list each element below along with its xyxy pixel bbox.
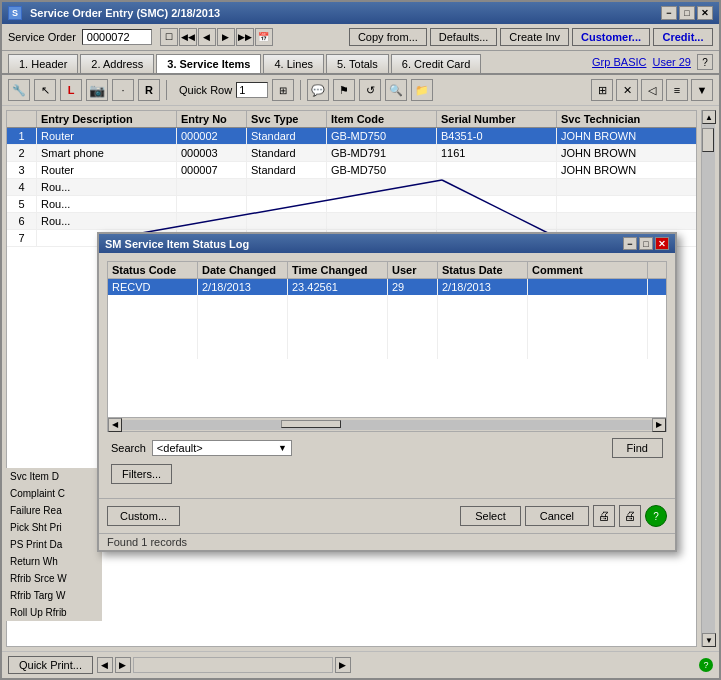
cell-serial	[437, 162, 557, 178]
nav-fwd[interactable]: ▶	[217, 28, 235, 46]
nav-fwd-far[interactable]: ▶▶	[236, 28, 254, 46]
tool-grid[interactable]: ⊞	[272, 79, 294, 101]
tool-wrench[interactable]: 🔧	[8, 79, 30, 101]
nav-back[interactable]: ◀	[198, 28, 216, 46]
left-panel-label[interactable]: Rfrib Srce W	[6, 570, 102, 587]
v-scrollbar[interactable]: ▲ ▼	[701, 110, 715, 647]
maximize-btn[interactable]: □	[679, 6, 695, 20]
bottom-scroll[interactable]	[133, 657, 333, 673]
table-row[interactable]: 5 Rou...	[7, 196, 696, 213]
dialog-printer-icon[interactable]: 🖨	[619, 505, 641, 527]
table-row[interactable]: 6 Rou...	[7, 213, 696, 230]
scroll-track[interactable]	[702, 124, 715, 633]
col-entryno: Entry No	[177, 111, 247, 127]
quick-print-btn[interactable]: Quick Print...	[8, 656, 93, 674]
tool-camera[interactable]: 📷	[86, 79, 108, 101]
cell-serial	[437, 196, 557, 212]
d-cell-comment	[528, 279, 648, 295]
tool-right5[interactable]: ▼	[691, 79, 713, 101]
dialog-minimize-btn[interactable]: −	[623, 237, 637, 250]
cell-serial: B4351-0	[437, 128, 557, 144]
quick-row-input[interactable]	[236, 82, 268, 98]
col-tech: Svc Technician	[557, 111, 697, 127]
close-btn[interactable]: ✕	[697, 6, 713, 20]
dialog-maximize-btn[interactable]: □	[639, 237, 653, 250]
bottom-nav-r2[interactable]: ▶	[335, 657, 351, 673]
tool-right3[interactable]: ◁	[641, 79, 663, 101]
scroll-thumb[interactable]	[702, 128, 714, 152]
tab-lines[interactable]: 4. Lines	[263, 54, 324, 73]
left-panel-label[interactable]: Complaint C	[6, 485, 102, 502]
left-panel-label[interactable]: Roll Up Rfrib	[6, 604, 102, 621]
cancel-btn[interactable]: Cancel	[525, 506, 589, 526]
nav-checkbox[interactable]: ☐	[160, 28, 178, 46]
copy-from-btn[interactable]: Copy from...	[349, 28, 427, 46]
create-inv-btn[interactable]: Create Inv	[500, 28, 569, 46]
service-order-input[interactable]	[82, 29, 152, 45]
search-combo-value: <default>	[157, 442, 278, 454]
left-panel-label[interactable]: Return Wh	[6, 553, 102, 570]
tool-search[interactable]: 🔍	[385, 79, 407, 101]
cell-num: 1	[7, 128, 37, 144]
search-combo[interactable]: <default> ▼	[152, 440, 292, 456]
left-panel-label[interactable]: Pick Sht Pri	[6, 519, 102, 536]
tool-refresh[interactable]: ↺	[359, 79, 381, 101]
scroll-up-arrow[interactable]: ▲	[702, 110, 716, 124]
h-scroll-thumb[interactable]	[281, 420, 341, 428]
tool-R[interactable]: R	[138, 79, 160, 101]
left-panel-label[interactable]: Svc Item D	[6, 468, 102, 485]
left-panel-label[interactable]: Rfrib Targ W	[6, 587, 102, 604]
user29-link[interactable]: User 29	[652, 56, 691, 68]
dialog-h-scrollbar[interactable]: ◀ ▶	[107, 418, 667, 432]
tool-cursor[interactable]: ↖	[34, 79, 56, 101]
tool-folder[interactable]: 📁	[411, 79, 433, 101]
cell-svctype: Standard	[247, 162, 327, 178]
tab-serviceItems[interactable]: 3. Service Items	[156, 54, 261, 73]
tool-right4[interactable]: ≡	[666, 79, 688, 101]
cell-num: 4	[7, 179, 37, 195]
left-panel-label[interactable]: PS Print Da	[6, 536, 102, 553]
tool-right1[interactable]: ⊞	[591, 79, 613, 101]
left-panel-label[interactable]: Failure Rea	[6, 502, 102, 519]
tool-comment[interactable]: 💬	[307, 79, 329, 101]
scroll-down-arrow[interactable]: ▼	[702, 633, 716, 647]
tab-address[interactable]: 2. Address	[80, 54, 154, 73]
bottom-nav-l[interactable]: ◀	[97, 657, 113, 673]
table-row[interactable]: 3 Router 000007 Standard GB-MD750 JOHN B…	[7, 162, 696, 179]
cell-tech	[557, 196, 696, 212]
credit-btn[interactable]: Credit...	[653, 28, 713, 46]
select-btn[interactable]: Select	[460, 506, 521, 526]
grp-basic-link[interactable]: Grp BASIC	[592, 56, 646, 68]
nav-calendar[interactable]: 📅	[255, 28, 273, 46]
tool-flag[interactable]: ⚑	[333, 79, 355, 101]
defaults-btn[interactable]: Defaults...	[430, 28, 498, 46]
empty-cell	[288, 311, 388, 327]
table-row[interactable]: 2 Smart phone 000003 Standard GB-MD791 1…	[7, 145, 696, 162]
bottom-nav-r[interactable]: ▶	[115, 657, 131, 673]
h-scroll-right[interactable]: ▶	[652, 418, 666, 432]
h-scroll-track[interactable]	[122, 420, 652, 430]
tab-totals[interactable]: 5. Totals	[326, 54, 389, 73]
tab-header[interactable]: 1. Header	[8, 54, 78, 73]
dialog-close-btn[interactable]: ✕	[655, 237, 669, 250]
empty-cell	[198, 327, 288, 343]
minimize-btn[interactable]: −	[661, 6, 677, 20]
dialog-help-icon[interactable]: ?	[645, 505, 667, 527]
table-row[interactable]: 1 Router 000002 Standard GB-MD750 B4351-…	[7, 128, 696, 145]
dialog: SM Service Item Status Log − □ ✕ Status …	[97, 232, 677, 552]
find-btn[interactable]: Find	[612, 438, 663, 458]
tab-creditCard[interactable]: 6. Credit Card	[391, 54, 481, 73]
customer-btn[interactable]: Customer...	[572, 28, 650, 46]
table-row[interactable]: 4 Rou...	[7, 179, 696, 196]
h-scroll-left[interactable]: ◀	[108, 418, 122, 432]
custom-btn[interactable]: Custom...	[107, 506, 180, 526]
tool-L[interactable]: L	[60, 79, 82, 101]
dialog-print-icon[interactable]: 🖨	[593, 505, 615, 527]
help-icon[interactable]: ?	[697, 54, 713, 70]
tool-dot[interactable]: ·	[112, 79, 134, 101]
cell-desc: Router	[37, 128, 177, 144]
tool-right2[interactable]: ✕	[616, 79, 638, 101]
dialog-table-row[interactable]: RECVD 2/18/2013 23.42561 29 2/18/2013	[108, 279, 666, 295]
nav-back-far[interactable]: ◀◀	[179, 28, 197, 46]
filters-btn[interactable]: Filters...	[111, 464, 172, 484]
